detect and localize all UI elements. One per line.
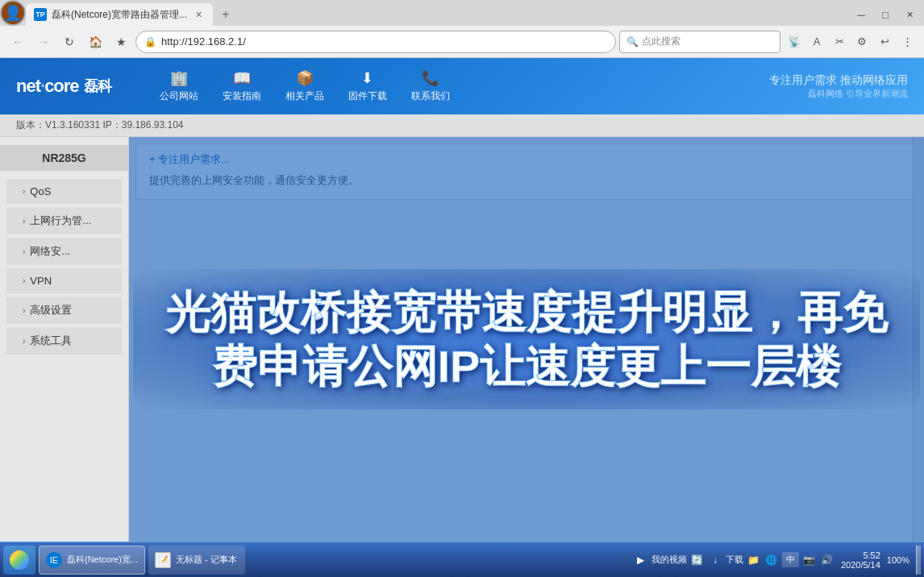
url-bar[interactable]: 🔒 http://192.168.2.1/	[135, 31, 616, 53]
taskbar-browser-button[interactable]: IE 磊科(Netcore)宽...	[39, 546, 145, 575]
taskbar: IE 磊科(Netcore)宽... 📝 无标题 - 记事本 ▶ 我的视频 🔄 …	[0, 542, 924, 577]
taskbar-notepad-button[interactable]: 📝 无标题 - 记事本	[148, 546, 245, 575]
browser-window: 👤 TP 磊科(Netcore)宽带路由器管理... ✕ + ─ □ ✕ ← →…	[0, 0, 924, 577]
netcore-logo: net · core 磊科	[16, 76, 111, 97]
nav-item-guide[interactable]: 📖 安装指南	[223, 69, 261, 103]
tray-network-icon[interactable]: 🌐	[764, 553, 779, 567]
nav-item-company[interactable]: 🏢 公司网站	[160, 69, 198, 103]
arrow-icon: ›	[23, 217, 25, 226]
tray-camera-icon[interactable]: 📷	[802, 553, 817, 567]
logo-core: core	[44, 76, 78, 97]
close-button[interactable]: ✕	[898, 6, 921, 23]
new-tab-button[interactable]: +	[216, 5, 235, 24]
notepad-taskbar-label: 无标题 - 记事本	[176, 554, 237, 566]
logo-net: net	[16, 76, 40, 97]
restore-button[interactable]: □	[874, 6, 897, 23]
refresh-button[interactable]: ↻	[58, 31, 81, 53]
sidebar-model: NR285G	[0, 145, 128, 171]
tray-video-icon[interactable]: ▶	[634, 553, 648, 567]
header-slogan: 专注用户需求 推动网络应用	[769, 73, 908, 88]
arrow-icon: ›	[23, 276, 25, 285]
sidebar-item-qos[interactable]: › QoS	[6, 179, 122, 204]
date-display: 2020/5/14	[841, 560, 880, 570]
tab-label: 磊科(Netcore)宽带路由器管理...	[52, 8, 187, 22]
arrow-icon: ›	[23, 337, 25, 346]
window-controls: ─ □ ✕	[850, 6, 924, 26]
overlay-banner: 光猫改桥接宽带速度提升明显，再免 费申请公网IP让速度更上一层楼	[129, 137, 924, 542]
lock-icon: 🔒	[144, 36, 156, 48]
logo-chinese: 磊科	[84, 77, 111, 96]
sidebar-item-tools[interactable]: › 系统工具	[6, 327, 122, 355]
arrow-icon: ›	[23, 187, 25, 196]
nav-item-firmware[interactable]: ⬇ 固件下载	[348, 69, 387, 103]
contact-icon: 📞	[422, 69, 439, 87]
lang-button[interactable]: 中	[782, 552, 799, 567]
active-tab[interactable]: TP 磊科(Netcore)宽带路由器管理... ✕	[26, 3, 213, 26]
forward-button[interactable]: →	[32, 31, 55, 53]
arrow-icon: ›	[23, 306, 25, 315]
arrow-icon: ›	[23, 247, 25, 256]
guide-icon: 📖	[233, 69, 251, 87]
tray-download-icon[interactable]: ↓	[708, 553, 722, 567]
browser-taskbar-icon: IE	[46, 552, 62, 568]
tray-myvideo-label: 我的视频	[651, 554, 687, 566]
bookmark-button[interactable]: ★	[110, 31, 132, 53]
search-bar[interactable]: 🔍 点此搜索	[619, 31, 780, 53]
router-header: net · core 磊科 🏢 公司网站 📖 安装指南 📦 相关产品	[0, 58, 924, 114]
time-display: 5:52	[841, 550, 880, 560]
screenshot-icon[interactable]: ✂	[829, 31, 850, 52]
home-button[interactable]: 🏠	[84, 31, 106, 53]
tray-sync-icon[interactable]: 🔄	[690, 553, 705, 567]
show-desktop-button[interactable]	[916, 546, 921, 575]
tray-percent: 100%	[887, 555, 909, 565]
toolbar-icons: 📡 A ✂ ⚙ ↩ ⋮	[784, 31, 918, 52]
address-bar: ← → ↻ 🏠 ★ 🔒 http://192.168.2.1/ 🔍 点此搜索 📡…	[0, 26, 924, 58]
tab-bar: 👤 TP 磊科(Netcore)宽带路由器管理... ✕ + ─ □ ✕	[0, 0, 924, 26]
banner-text: 光猫改桥接宽带速度提升明显，再免 费申请公网IP让速度更上一层楼	[133, 269, 920, 409]
banner-line1: 光猫改桥接宽带速度提升明显，再免	[165, 285, 888, 339]
version-text: 版本：V1.3.160331 IP：39.186.93.104	[16, 118, 183, 132]
sidebar-item-vpn[interactable]: › VPN	[6, 268, 122, 293]
sidebar-item-advanced[interactable]: › 高级设置	[6, 297, 122, 324]
more-icon[interactable]: ⋮	[897, 31, 918, 52]
nav-item-products[interactable]: 📦 相关产品	[285, 69, 324, 103]
search-icon: 🔍	[626, 36, 639, 48]
main-layout: NR285G › QoS › 上网行为管... › 网络安... › VPN	[0, 137, 924, 542]
products-icon: 📦	[296, 69, 314, 87]
banner-line2: 费申请公网IP让速度更上一层楼	[165, 339, 888, 393]
tray-time[interactable]: 5:52 2020/5/14	[838, 550, 884, 570]
header-nav: 🏢 公司网站 📖 安装指南 📦 相关产品 ⬇ 固件下载 📞 联系我们	[160, 69, 450, 103]
browser-taskbar-label: 磊科(Netcore)宽...	[67, 554, 138, 566]
firmware-icon: ⬇	[361, 69, 373, 87]
windows-logo-icon	[10, 550, 29, 570]
tab-close-button[interactable]: ✕	[192, 8, 205, 21]
tray-volume-icon[interactable]: 🔊	[820, 553, 835, 567]
sidebar: NR285G › QoS › 上网行为管... › 网络安... › VPN	[0, 137, 129, 542]
notepad-taskbar-icon: 📝	[155, 552, 171, 568]
sidebar-item-behavior[interactable]: › 上网行为管...	[6, 207, 122, 235]
header-right: 专注用户需求 推动网络应用 磊科网络 引导业界新潮流	[769, 73, 908, 100]
translate-icon[interactable]: A	[806, 31, 827, 52]
rss-icon[interactable]: 📡	[784, 31, 805, 52]
minimize-button[interactable]: ─	[850, 6, 872, 23]
undo-icon[interactable]: ↩	[874, 31, 895, 52]
back-button[interactable]: ←	[6, 31, 29, 53]
header-sub: 磊科网络 引导业界新潮流	[769, 88, 908, 100]
content-area: + 专注用户需求... 提供完善的上网安全功能，通信安全更方便。 光猫改桥接宽带…	[129, 137, 924, 542]
start-button[interactable]	[3, 546, 35, 575]
url-text: http://192.168.2.1/	[161, 35, 246, 48]
page-content: net · core 磊科 🏢 公司网站 📖 安装指南 📦 相关产品	[0, 58, 924, 542]
avatar: 👤	[0, 0, 26, 26]
tray-folder-icon[interactable]: 📁	[747, 553, 761, 567]
sys-tray: ▶ 我的视频 🔄 ↓ 下载 📁 🌐	[634, 553, 779, 567]
version-bar: 版本：V1.3.160331 IP：39.186.93.104	[0, 114, 924, 137]
tray-download-label: 下载	[726, 554, 743, 566]
search-placeholder: 点此搜索	[642, 35, 681, 48]
company-icon: 🏢	[170, 69, 188, 87]
tab-favicon: TP	[34, 8, 47, 21]
settings-icon[interactable]: ⚙	[851, 31, 872, 52]
nav-item-contact[interactable]: 📞 联系我们	[411, 69, 450, 103]
sidebar-item-security[interactable]: › 网络安...	[6, 238, 122, 265]
